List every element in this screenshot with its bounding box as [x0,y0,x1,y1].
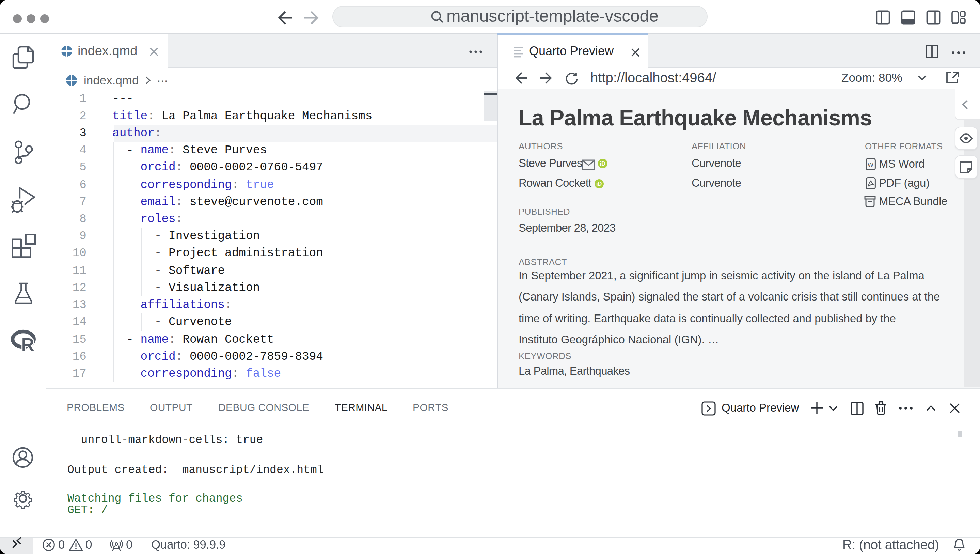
svg-text:R: R [21,335,34,352]
svg-text:W: W [868,161,873,168]
svg-text:iD: iD [596,180,602,186]
svg-text:iD: iD [600,160,605,167]
